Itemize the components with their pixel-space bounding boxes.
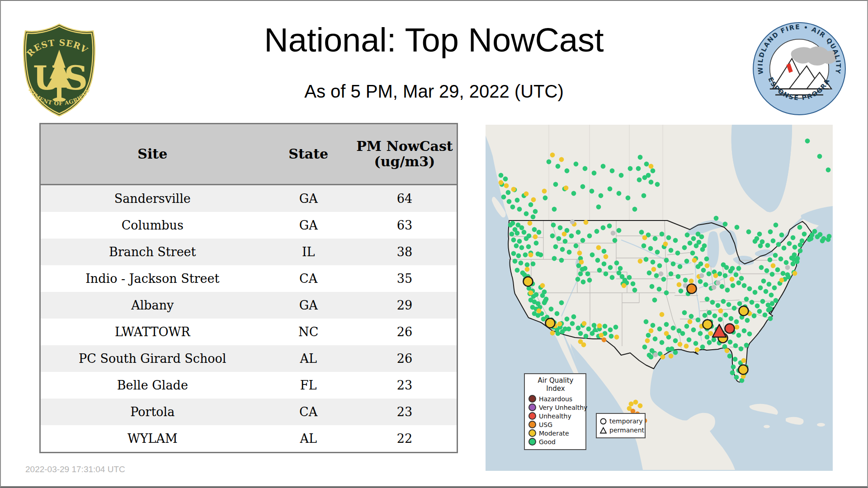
monitor-dot-good — [778, 257, 783, 262]
monitor-dot-good — [730, 266, 735, 271]
monitor-dot-good — [509, 232, 514, 237]
monitor-dot-good — [753, 239, 758, 244]
monitor-dot-good — [807, 237, 812, 242]
monitor-dot-good — [747, 332, 752, 337]
aqi-color-swatch — [528, 395, 536, 403]
monitor-dot-moderate — [537, 309, 542, 314]
monitor-dot-good — [547, 160, 552, 164]
monitor-dot-good — [511, 238, 516, 243]
monitor-dot-good — [557, 236, 561, 241]
monitor-dot-good — [707, 310, 712, 315]
monitor-dot-good — [736, 281, 741, 286]
monitor-dot-moderate — [584, 220, 589, 225]
monitor-dot-good — [594, 229, 599, 234]
monitor-dot-no_data — [611, 231, 616, 236]
monitor-dot-good — [642, 175, 647, 180]
monitor-dot-moderate — [524, 192, 529, 197]
monitor-dot-good — [698, 279, 703, 284]
monitor-dot-good — [765, 243, 770, 248]
monitor-dot-good — [552, 256, 557, 261]
monitor-dot-good — [560, 247, 565, 252]
top-site-marker-moderate — [524, 277, 533, 286]
aqi-color-swatch — [528, 438, 536, 446]
pm-nowcast-cell: 22 — [353, 425, 458, 453]
monitor-dot-good — [758, 286, 763, 291]
aqi-legend-label: Moderate — [539, 430, 569, 437]
monitor-dot-good — [732, 306, 737, 311]
monitor-dot-no_data — [785, 265, 790, 270]
monitor-dot-good — [602, 249, 607, 254]
aqi-legend-item-very-unhealthy: Very Unhealthy — [528, 403, 583, 412]
monitor-dot-good — [592, 323, 597, 328]
monitor-dot-moderate — [669, 354, 674, 359]
monitor-dot-good — [636, 166, 641, 171]
monitor-dot-good — [764, 289, 769, 294]
monitor-dot-good — [534, 241, 539, 246]
site-cell: Columbus — [40, 212, 264, 239]
monitor-dot-good — [766, 308, 771, 313]
monitor-dot-good — [760, 299, 765, 304]
monitor-dot-good — [734, 272, 739, 277]
top-nowcast-report-page: FOREST SERVICE U S DEPARTMENT OF AGRICUL… — [0, 0, 868, 488]
monitor-dot-good — [618, 266, 623, 271]
monitor-dot-good — [515, 231, 520, 236]
table-header-row: Site State PM NowCast (ug/m3) — [40, 124, 458, 185]
top-site-marker-moderate — [739, 365, 748, 375]
monitor-dot-good — [609, 334, 614, 339]
monitor-dot-good — [613, 325, 618, 330]
monitor-dot-good — [707, 272, 712, 277]
column-header-site: Site — [40, 124, 264, 185]
wfaqrp-logo: WILDLAND FIRE • AIR QUALITY RESPONSE PRO… — [751, 21, 847, 117]
pm-nowcast-cell: 26 — [353, 345, 458, 372]
monitor-dot-no_data — [653, 352, 658, 357]
monitor-dot-good — [657, 327, 662, 332]
monitor-dot-moderate — [705, 263, 710, 268]
monitor-dot-good — [653, 236, 658, 241]
monitor-dot-good — [673, 350, 678, 355]
monitor-dot-good — [734, 319, 739, 324]
site-cell: Branch Street — [40, 239, 264, 265]
monitor-dot-good — [531, 215, 536, 220]
aqi-color-swatch — [528, 429, 536, 437]
monitor-dot-moderate — [660, 312, 665, 317]
monitor-dot-good — [652, 298, 657, 303]
monitor-dot-good — [595, 258, 600, 263]
state-cell: GA — [264, 185, 353, 212]
monitor-dot-good — [523, 253, 528, 258]
page-title: National: Top NowCast — [1, 21, 867, 59]
monitor-dot-good — [761, 279, 766, 284]
site-cell: Belle Glade — [40, 372, 264, 399]
monitor-dot-moderate — [689, 279, 694, 284]
monitor-dot-good — [642, 193, 646, 198]
monitor-dot-good — [770, 301, 775, 306]
monitor-dot-good — [731, 283, 736, 288]
monitor-dot-good — [628, 166, 633, 171]
monitor-dot-good — [802, 232, 807, 237]
monitor-dot-good — [785, 272, 790, 277]
monitor-dot-good — [726, 302, 731, 307]
monitor-dot-moderate — [540, 283, 545, 288]
monitor-dot-good — [664, 291, 669, 296]
site-cell: Sandersville — [40, 185, 264, 212]
monitor-dot-good — [676, 274, 681, 279]
monitor-dot-moderate — [614, 335, 619, 340]
monitor-dot-good — [723, 222, 728, 227]
state-cell: AL — [264, 345, 353, 372]
monitor-dot-good — [584, 334, 589, 339]
aqi-color-swatch — [528, 412, 536, 420]
monitor-dot-good — [608, 328, 613, 333]
monitor-dot-good — [742, 283, 747, 288]
table-row: SandersvilleGA64 — [40, 185, 458, 212]
monitor-dot-moderate — [642, 235, 647, 240]
aqi-color-swatch — [528, 421, 536, 428]
monitor-dot-good — [753, 290, 758, 295]
monitor-dot-good — [590, 189, 594, 194]
aqi-legend-item-unhealthy: Unhealthy — [528, 412, 583, 420]
monitor-dot-good — [513, 259, 518, 264]
monitor-dot-moderate — [577, 251, 582, 256]
monitor-dot-good — [759, 265, 764, 270]
monitor-dot-good — [812, 229, 817, 234]
monitor-dot-good — [586, 327, 591, 332]
monitor-dot-good — [746, 230, 751, 235]
monitor-dot-moderate — [730, 277, 735, 282]
